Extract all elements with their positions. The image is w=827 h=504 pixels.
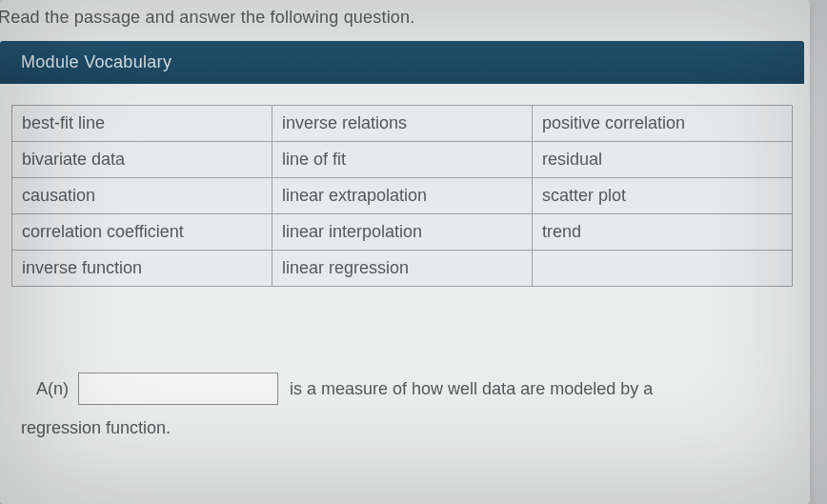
vocab-cell: line of fit xyxy=(272,142,533,178)
vocab-cell: linear interpolation xyxy=(272,214,533,251)
fill-in-question: A(n) is a measure of how well data are m… xyxy=(36,373,810,405)
vocab-cell xyxy=(533,251,793,287)
vocab-cell: scatter plot xyxy=(533,178,793,214)
vocab-cell: trend xyxy=(533,214,793,251)
vocab-cell: causation xyxy=(12,178,272,214)
question-line2: regression function. xyxy=(21,418,810,438)
vocab-cell: linear regression xyxy=(272,251,533,287)
table-row: correlation coefficient linear interpola… xyxy=(12,214,793,251)
table-row: bivariate data line of fit residual xyxy=(12,142,793,178)
table-row: causation linear extrapolation scatter p… xyxy=(12,178,793,214)
answer-input[interactable] xyxy=(78,373,278,405)
question-prefix: A(n) xyxy=(36,379,69,399)
instruction-text: Read the passage and answer the followin… xyxy=(0,0,810,41)
vocabulary-table: best-fit line inverse relations positive… xyxy=(11,105,793,287)
table-row: inverse function linear regression xyxy=(12,251,793,287)
vocab-cell: residual xyxy=(533,142,793,178)
vocab-cell: best-fit line xyxy=(12,106,272,142)
vocab-cell: linear extrapolation xyxy=(272,178,533,214)
vocab-cell: bivariate data xyxy=(12,142,272,178)
vocab-cell: positive correlation xyxy=(533,106,793,142)
vocab-cell: inverse function xyxy=(12,251,272,287)
worksheet-page: Read the passage and answer the followin… xyxy=(0,0,810,504)
vocab-cell: inverse relations xyxy=(272,106,533,142)
question-after-text: is a measure of how well data are modele… xyxy=(290,379,653,399)
module-vocabulary-header: Module Vocabulary xyxy=(0,41,804,84)
vocab-cell: correlation coefficient xyxy=(12,214,272,251)
table-row: best-fit line inverse relations positive… xyxy=(12,106,793,142)
